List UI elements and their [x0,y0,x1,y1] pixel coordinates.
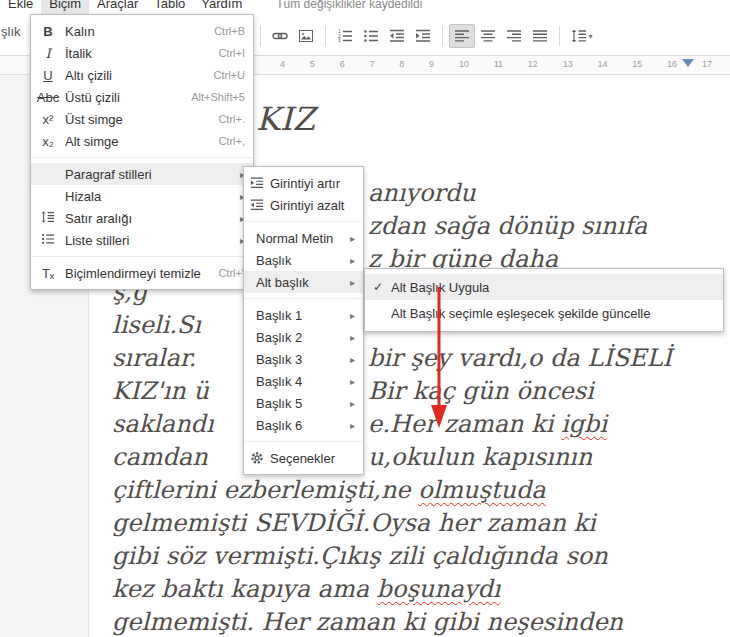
menu-item-hizala[interactable]: Hizala ▸ [31,185,253,207]
menu-item-baslik-4[interactable]: Başlık 4 ▸ [244,370,363,392]
submenu-arrow-icon: ▸ [350,310,355,321]
align-center-button[interactable] [475,24,501,48]
menu-bicim[interactable]: Biçim [41,0,89,15]
ruler-number: 13 [563,59,573,69]
menu-item-ust-simge[interactable]: x² Üst simge Ctrl+. [31,108,253,130]
underline-icon: U [31,68,65,83]
submenu-arrow-icon: ▸ [350,332,355,343]
doc-text-line: sıralar. [112,344,196,372]
menu-item-italik[interactable]: I İtalik Ctrl+I [31,42,253,64]
subtitle-submenu: ✓ Alt Başlık Uygula Alt Başlık seçimle e… [364,268,724,332]
misspelled-word: boşunaydı [377,575,501,603]
submenu-arrow-icon: ▸ [350,398,355,409]
misspelled-word: olmuştuda [418,476,545,504]
menu-item-label: Hizala [65,189,234,204]
menu-item-liste-stilleri[interactable]: Liste stilleri ▸ [31,229,253,251]
menu-item-label: Kalın [65,24,206,39]
menu-yardim[interactable]: Yardım [193,0,250,15]
styles-dropdown-fragment[interactable]: şlık [1,24,21,39]
align-right-button[interactable] [501,24,527,48]
insert-image-button[interactable] [293,24,319,48]
annotation-arrow [426,284,452,430]
doc-text-segment: e.Her zaman ki [368,410,561,438]
ruler-number: 15 [632,59,642,69]
menu-separator [245,441,362,442]
submenu-arrow-icon: ▸ [350,420,355,431]
menu-item-secenekler[interactable]: Seçenekler [244,447,363,469]
align-left-icon [454,28,470,44]
toolbar-separator [559,26,560,46]
ruler-number: 6 [340,59,345,69]
align-justify-button[interactable] [527,24,553,48]
ruler-number: 16 [667,59,677,69]
doc-text-line: bir şey vardı,o da LİSELİ [368,344,672,372]
strikethrough-icon: Abc [31,90,65,105]
menu-item-label: Paragraf stilleri [65,167,234,182]
menu-item-alti-cizili[interactable]: U Altı çizili Ctrl+U [31,64,253,86]
menu-item-label: Satır aralığı [65,211,234,226]
menu-item-label: Başlık 1 [244,308,344,323]
ruler-number: 12 [528,59,538,69]
doc-text-line: liseli.Sı [112,311,201,339]
italic-icon: I [31,46,65,61]
menu-item-shortcut: Ctrl+I [218,47,245,59]
numbered-list-button[interactable]: 123 [332,24,358,48]
menu-item-baslik-2[interactable]: Başlık 2 ▸ [244,326,363,348]
annotation-arrow-head [431,405,447,428]
indent-decrease-button[interactable] [384,24,410,48]
insert-link-button[interactable] [267,24,293,48]
bulleted-list-button[interactable] [358,24,384,48]
menu-item-satir-araligi[interactable]: Satır aralığı ▸ [31,207,253,229]
menu-item-baslik[interactable]: Başlık ▸ [244,249,363,271]
menu-item-baslik-5[interactable]: Başlık 5 ▸ [244,392,363,414]
doc-text-line: kez baktı kapıya ama boşunaydı [112,575,501,603]
menu-item-girintiyi-artir[interactable]: Girintiyi artır [244,172,363,194]
menu-item-alt-baslik-guncelle[interactable]: Alt Başlık seçimle eşleşecek şekilde gün… [365,300,723,326]
menu-item-alt-simge[interactable]: x₂ Alt simge Ctrl+, [31,130,253,152]
menu-ekle[interactable]: Ekle [0,0,41,15]
save-status: Tüm değişiklikler kaydedildi [276,0,422,15]
menu-separator [32,256,252,257]
doc-title-fragment: KIZ [256,100,315,138]
align-left-button[interactable] [449,24,475,48]
ruler-number: 17 [702,59,712,69]
toolbar-separator [325,26,326,46]
menu-item-ustu-cizili[interactable]: Abc Üstü çizili Alt+Shift+5 [31,86,253,108]
menu-item-kalin[interactable]: B Kalın Ctrl+B [31,20,253,42]
subscript-icon: x₂ [31,134,65,149]
menu-separator [245,298,362,299]
menu-item-girintiyi-azalt[interactable]: Girintiyi azalt [244,194,363,216]
menu-item-label: Alt başlık [244,275,344,290]
line-spacing-button[interactable]: ▾ [566,24,598,48]
toolbar-separator [260,26,261,46]
submenu-arrow-icon: ▸ [350,233,355,244]
menu-araclar[interactable]: Araçlar [89,0,146,15]
line-spacing-icon [31,210,65,227]
indent-increase-icon [244,176,270,190]
right-indent-marker[interactable] [682,59,694,67]
doc-text-line: gibi söz vermişti.Çıkış zili çaldığında … [112,542,608,570]
indent-increase-button[interactable] [410,24,436,48]
doc-text-line: gelmemişti SEVDİĞİ.Oysa her zaman ki [112,509,596,537]
menu-item-alt-baslik[interactable]: Alt başlık ▸ [244,271,363,293]
format-menu: B Kalın Ctrl+B I İtalik Ctrl+I U Altı çi… [30,14,254,290]
menu-item-baslik-6[interactable]: Başlık 6 ▸ [244,414,363,436]
menu-item-baslik-1[interactable]: Başlık 1 ▸ [244,304,363,326]
menu-item-bicimlendirmeyi-temizle[interactable]: Tₓ Biçimlendirmeyi temizle Ctrl+\ [31,262,253,284]
superscript-icon: x² [31,112,65,127]
menu-item-shortcut: Alt+Shift+5 [191,91,245,103]
paragraph-styles-submenu: Girintiyi artır Girintiyi azalt Normal M… [243,166,364,475]
numbered-list-icon: 123 [337,28,353,44]
menu-item-paragraf-stilleri[interactable]: Paragraf stilleri ▸ [31,163,253,185]
menu-tablo[interactable]: Tablo [146,0,193,15]
menu-item-alt-baslik-uygula[interactable]: ✓ Alt Başlık Uygula [365,274,723,300]
doc-text-line: gelmemişti. Her zaman ki gibi neşesinden [112,608,623,636]
align-center-icon [480,28,496,44]
ruler-number: 4 [280,59,285,69]
menu-item-label: Girintiyi artır [270,176,355,191]
menu-item-shortcut: Ctrl+. [218,113,245,125]
menu-item-baslik-3[interactable]: Başlık 3 ▸ [244,348,363,370]
submenu-arrow-icon: ▸ [350,277,355,288]
menu-item-normal-metin[interactable]: Normal Metin ▸ [244,227,363,249]
menu-item-label: Üstü çizili [65,90,183,105]
